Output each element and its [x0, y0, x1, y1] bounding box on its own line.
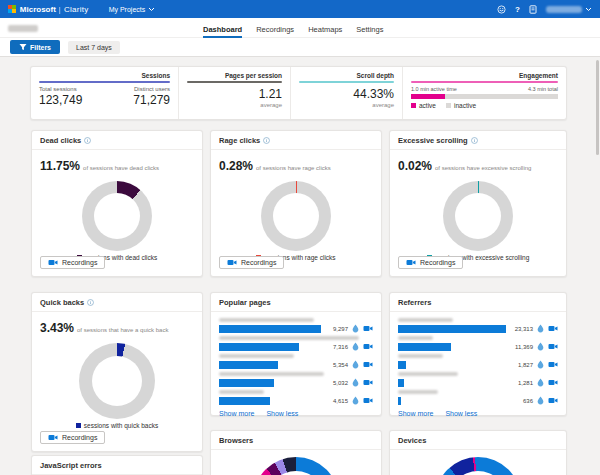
metric-underline [39, 81, 170, 83]
microsoft-logo-icon [8, 5, 16, 13]
logo-square-green [12, 5, 16, 9]
tab-settings[interactable]: Settings [356, 25, 383, 38]
sessions-count: 11,369 [510, 344, 533, 350]
heatmap-drop-icon[interactable] [537, 360, 544, 369]
metric-scroll-depth: Scroll depth 44.33% average [291, 67, 403, 119]
stat-value: 0.28% [219, 159, 253, 173]
browsers-card: Browsers [210, 430, 382, 475]
bar-track [219, 343, 321, 351]
recordings-camera-icon[interactable] [363, 325, 373, 332]
funnel-icon [19, 43, 27, 51]
total-sessions-value: 123,749 [39, 93, 82, 107]
inactive-legend-label: inactive [454, 102, 476, 109]
recordings-camera-icon[interactable] [548, 343, 558, 350]
referrer-redacted [398, 318, 453, 322]
heatmap-drop-icon[interactable] [352, 378, 359, 387]
recordings-label: Recordings [420, 259, 455, 266]
heatmap-drop-icon[interactable] [352, 324, 359, 333]
list-row: 5,032 [219, 372, 373, 387]
recordings-button[interactable]: Recordings [40, 256, 105, 269]
heatmap-drop-icon[interactable] [352, 360, 359, 369]
recordings-label: Recordings [62, 259, 97, 266]
sessions-bar [398, 343, 451, 351]
tab-dashboard[interactable]: Dashboard [203, 25, 242, 38]
distinct-users-label: Distinct users [133, 86, 170, 92]
my-projects-dropdown[interactable]: My Projects [109, 6, 156, 13]
recordings-camera-icon[interactable] [363, 361, 373, 368]
recordings-camera-icon[interactable] [363, 379, 373, 386]
recordings-camera-icon[interactable] [548, 361, 558, 368]
list-row: 7,316 [219, 336, 373, 351]
user-name-redacted [546, 6, 582, 13]
info-icon[interactable] [87, 299, 94, 306]
info-icon[interactable] [263, 137, 270, 144]
metric-title: Scroll depth [299, 72, 394, 79]
pages-per-session-sub: average [187, 102, 282, 108]
page-url-redacted [219, 390, 264, 394]
heatmap-drop-icon[interactable] [537, 324, 544, 333]
page-url-redacted [219, 318, 314, 322]
recordings-camera-icon[interactable] [548, 325, 558, 332]
recordings-label: Recordings [241, 259, 276, 266]
scroll-depth-sub: average [299, 102, 394, 108]
show-more-link[interactable]: Show more [219, 410, 254, 417]
recordings-camera-icon[interactable] [548, 397, 558, 404]
recordings-button[interactable]: Recordings [40, 431, 105, 444]
referrer-redacted [398, 390, 438, 394]
show-more-link[interactable]: Show more [398, 410, 433, 417]
card-title: Devices [398, 436, 426, 445]
sessions-count: 5,354 [325, 362, 348, 368]
metric-underline [187, 81, 282, 83]
info-icon[interactable] [84, 137, 91, 144]
heatmap-drop-icon[interactable] [537, 396, 544, 405]
filters-button[interactable]: Filters [10, 40, 60, 54]
tab-recordings[interactable]: Recordings [256, 25, 294, 38]
recordings-button[interactable]: Recordings [219, 256, 284, 269]
nav-row: Dashboard Recordings Heatmaps Settings [0, 18, 600, 38]
heatmap-drop-icon[interactable] [537, 342, 544, 351]
javascript-errors-card: JavaScript errors [31, 455, 203, 475]
logo-square-red [8, 5, 12, 9]
recordings-camera-icon[interactable] [363, 397, 373, 404]
info-icon[interactable] [471, 137, 478, 144]
metric-title: Pages per session [187, 72, 282, 79]
referrer-redacted [398, 336, 433, 340]
release-notes-icon[interactable] [529, 5, 537, 14]
show-less-link[interactable]: Show less [266, 410, 298, 417]
list-row: 11,369 [398, 336, 558, 351]
rage-clicks-donut [261, 181, 331, 251]
feedback-smiley-icon[interactable] [497, 5, 506, 14]
list-row: 23,313 [398, 318, 558, 333]
page-url-redacted [219, 336, 359, 340]
bar-track [219, 361, 321, 369]
recordings-camera-icon[interactable] [548, 379, 558, 386]
date-range-button[interactable]: Last 7 days [68, 41, 120, 54]
heatmap-drop-icon[interactable] [352, 396, 359, 405]
scrollbar-thumb[interactable] [596, 60, 599, 155]
chevron-down-icon [585, 7, 592, 12]
active-time-label: 1.0 min active time [411, 86, 457, 92]
help-icon[interactable]: ? [515, 5, 520, 14]
recordings-camera-icon[interactable] [363, 343, 373, 350]
legend-swatch [76, 423, 81, 428]
active-legend-label: active [419, 102, 436, 109]
recordings-button[interactable]: Recordings [398, 256, 463, 269]
card-title: Dead clicks [40, 136, 81, 145]
sessions-bar [219, 379, 274, 387]
pages-per-session-value: 1.21 [187, 87, 282, 101]
metrics-summary-card: Sessions Total sessions 123,749 Distinct… [30, 66, 567, 120]
bar-track [398, 361, 506, 369]
bar-track [398, 325, 506, 333]
engagement-bar [411, 94, 558, 99]
inactive-legend-swatch [446, 103, 451, 108]
heatmap-drop-icon[interactable] [352, 342, 359, 351]
list-row: 4,615 [219, 390, 373, 405]
heatmap-drop-icon[interactable] [537, 378, 544, 387]
card-title: Rage clicks [219, 136, 260, 145]
metric-sessions: Sessions Total sessions 123,749 Distinct… [31, 67, 179, 119]
bar-track [219, 325, 321, 333]
tab-heatmaps[interactable]: Heatmaps [308, 25, 342, 38]
user-menu[interactable] [546, 6, 592, 13]
recordings-label: Recordings [62, 434, 97, 441]
show-less-link[interactable]: Show less [445, 410, 477, 417]
